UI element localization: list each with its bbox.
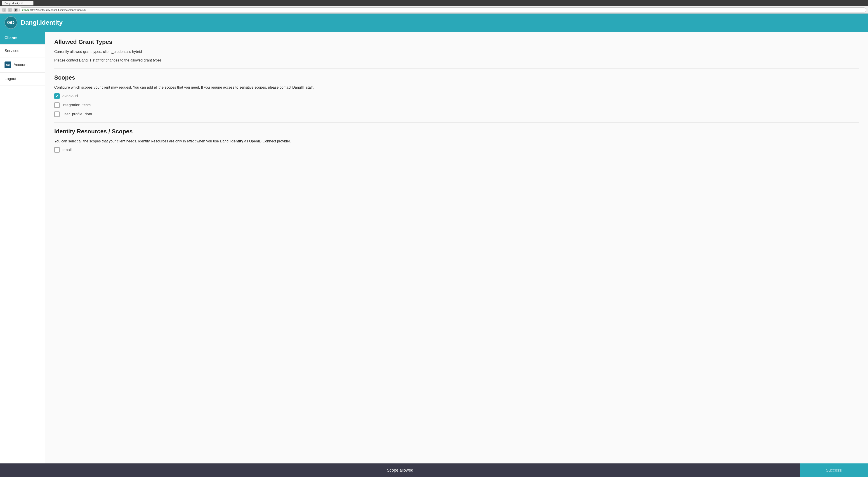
forward-button[interactable]: ›: [8, 8, 12, 12]
scopes-title: Scopes: [54, 74, 859, 81]
scope-email-label: email: [62, 148, 72, 152]
scope-user-profile-checkbox[interactable]: [54, 112, 60, 117]
tab-close-button[interactable]: ✕: [21, 2, 23, 4]
toast-message: Scope allowed: [0, 468, 800, 473]
grant-types-section: Allowed Grant Types Currently allowed gr…: [54, 38, 859, 63]
sidebar-label-logout: Logout: [4, 77, 16, 81]
tab-title: Dangl.Identity: [4, 2, 20, 4]
app-title: Dangl.Identity: [21, 19, 63, 26]
back-button[interactable]: ‹: [2, 8, 6, 12]
scope-avacloud-checkbox[interactable]: [54, 93, 60, 99]
browser-nav: ‹ › ↻ Secure https://identity-dev.dangl-…: [0, 6, 868, 13]
grant-types-desc2: Please contact DanglIT staff for changes…: [54, 58, 859, 63]
address-bar[interactable]: Secure https://identity-dev.dangl-it.com…: [20, 7, 866, 12]
secure-label: Secure: [22, 8, 29, 11]
sidebar-item-services[interactable]: Services: [0, 44, 45, 57]
app-header: GD Dangl.Identity: [0, 13, 868, 32]
scope-integration-tests-item: integration_tests: [54, 102, 859, 108]
scope-user-profile-label: user_profile_data: [62, 112, 92, 116]
sidebar-label-services: Services: [4, 49, 19, 53]
identity-resources-title: Identity Resources / Scopes: [54, 128, 859, 135]
scopes-section: Scopes Configure which scopes your clien…: [54, 74, 859, 117]
grant-types-desc1: Currently allowed grant types: client_cr…: [54, 49, 859, 55]
main-layout: Clients Services Gd Account Logout Allow…: [0, 32, 868, 477]
scope-avacloud-label: avacloud: [62, 94, 78, 98]
account-avatar: Gd: [4, 61, 11, 68]
identity-resources-section: Identity Resources / Scopes You can sele…: [54, 128, 859, 153]
divider-1: [54, 68, 859, 69]
main-content: Allowed Grant Types Currently allowed gr…: [45, 32, 868, 477]
app-name-plain: Dangl.: [21, 19, 40, 26]
sidebar-label-clients: Clients: [4, 36, 18, 40]
toast-action-button[interactable]: Success!: [800, 464, 868, 477]
identity-resources-desc: You can select all the scopes that your …: [54, 139, 859, 144]
browser-tab[interactable]: Dangl.Identity ✕: [2, 1, 33, 5]
scope-avacloud-item: avacloud: [54, 93, 859, 99]
sidebar: Clients Services Gd Account Logout: [0, 32, 45, 477]
logo-avatar: GD: [4, 16, 17, 29]
browser-chrome: Dangl.Identity ✕: [0, 0, 868, 6]
scope-email-checkbox[interactable]: [54, 147, 60, 153]
scope-integration-tests-checkbox[interactable]: [54, 102, 60, 108]
sidebar-item-account[interactable]: Gd Account: [0, 57, 45, 72]
scope-integration-tests-label: integration_tests: [62, 103, 91, 108]
sidebar-label-account: Account: [13, 63, 27, 67]
sidebar-item-logout[interactable]: Logout: [0, 72, 45, 85]
toast-bar: Scope allowed Success!: [0, 464, 868, 477]
sidebar-item-clients[interactable]: Clients: [0, 32, 45, 44]
url-text: https://identity-dev.dangl-it.com/develo…: [30, 8, 86, 11]
scope-email-item: email: [54, 147, 859, 153]
refresh-button[interactable]: ↻: [13, 8, 18, 12]
scopes-desc: Configure which scopes your client may r…: [54, 85, 859, 90]
app-name-bold: Identity: [40, 19, 63, 26]
grant-types-title: Allowed Grant Types: [54, 38, 859, 46]
scope-user-profile-item: user_profile_data: [54, 112, 859, 117]
